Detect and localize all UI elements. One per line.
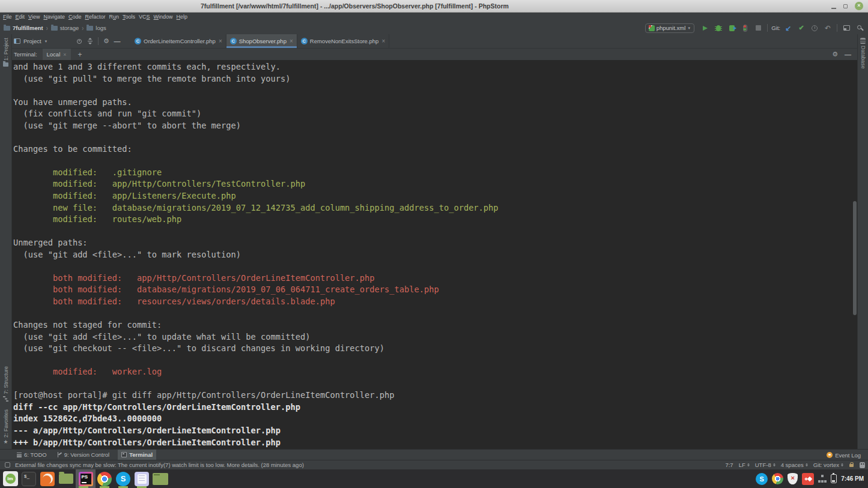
close-icon[interactable]: × [63,52,66,58]
breadcrumb-7fulfillment[interactable]: 7fulfillment [4,25,43,31]
run-configuration-select[interactable]: phpunit.xml ▼ [645,23,695,33]
scrollbar-thumb[interactable] [853,201,857,315]
update-project-button[interactable]: ↙ [782,23,795,34]
event-log-icon [827,452,833,458]
project-settings-button[interactable]: ⚙ [101,36,112,47]
sidebar-item-favorites[interactable]: 2: Favorites ★ [3,409,9,445]
toolwindow-button-terminal[interactable]: Terminal [118,450,156,460]
menu-refactor[interactable]: Refactor [83,13,106,22]
menu-view[interactable]: View [27,13,41,22]
hide-panel-button[interactable]: — [112,36,123,47]
coverage-button[interactable] [725,23,738,34]
indent-select[interactable]: 4 spaces [781,462,808,468]
chrome-taskbar-button[interactable] [97,469,112,488]
terminal-line: (use "git pull" to merge the remote bran… [13,73,857,85]
window-title: 7fulfillment [/var/www/html/7fulfillment… [201,0,509,12]
toolwindow-button-9-version-control[interactable]: 9: Version Control [57,450,110,460]
status-bar-widgets: 7:7 LF UTF-8 4 spaces Git: vortex [720,460,865,469]
event-log-button[interactable]: Event Log [827,450,861,460]
search-icon [857,25,861,29]
sidebar-item-structure[interactable]: 7: Structure [3,366,9,402]
menu-vcs[interactable]: VCS [138,13,151,22]
caret-position[interactable]: 7:7 [725,462,733,468]
history-button[interactable] [808,23,821,34]
project-panel-header: Project ▼ ⚙ — [12,34,131,48]
profiler-button[interactable] [738,23,751,34]
editor-tab-orderlineitemcontroller-php[interactable]: COrderLineItemController.php× [131,34,226,48]
collapse-all-button[interactable] [85,36,96,47]
line-ending-select[interactable]: LF [739,462,750,468]
terminal-line: [root@host portal]# git diff app/Http/Co… [13,390,857,402]
debug-button[interactable] [712,23,725,34]
chevron-down-icon[interactable]: ▼ [44,40,48,43]
skype-taskbar-button[interactable]: S [115,469,131,488]
menu-window[interactable]: Window [153,13,174,22]
taskbar-clock[interactable]: 7:46 PM [841,475,864,482]
search-everywhere-button[interactable] [853,23,866,34]
terminal-app-taskbar-button[interactable]: $_ [21,469,37,488]
locate-button[interactable] [74,36,85,47]
sidebar-item-project[interactable]: 1: Project [3,38,9,67]
terminal-tab-label: Local [47,51,61,58]
favorites-stripe-label: 2: Favorites [3,409,9,438]
menu-run[interactable]: Run [108,13,120,22]
close-button[interactable]: × [855,2,863,10]
sidebar-item-database[interactable]: Database [860,38,866,69]
status-message[interactable]: External file changes sync may be slow: … [15,462,304,468]
terminal-tab-local[interactable]: Local × [43,49,71,60]
rollback-button[interactable]: ↶ [821,23,834,34]
restore-button[interactable] [843,4,848,8]
menu-tools[interactable]: Tools [121,13,136,22]
breadcrumb-logs[interactable]: logs [86,25,106,31]
terminal-line: (fix conflicts and run "git commit") [13,108,857,120]
close-icon[interactable]: × [219,38,222,44]
chrome-tray-icon[interactable] [772,473,783,484]
gear-icon[interactable]: ⚙ [832,51,838,58]
run-button[interactable] [699,23,712,34]
close-icon[interactable]: × [290,38,293,44]
menu-help[interactable]: Help [175,13,189,22]
unlock-icon[interactable] [849,464,854,467]
battery-tray-icon[interactable] [831,474,837,483]
chrome-icon [97,472,112,486]
file-manager-taskbar-button[interactable] [58,469,74,488]
shield-tray-icon[interactable]: × [788,473,798,484]
terminal-line: and have 1 and 3 different commits each,… [13,61,857,73]
git-branch-select[interactable]: Git: vortex [813,462,843,468]
window-controls: × [831,0,863,12]
menu-file[interactable]: File [2,13,13,22]
project-panel-title[interactable]: Project [23,38,41,44]
network-tray-icon[interactable] [818,475,827,483]
menu-edit[interactable]: Edit [14,13,26,22]
new-terminal-button[interactable]: + [78,50,82,59]
encoding-select[interactable]: UTF-8 [755,462,775,468]
minimize-icon[interactable]: — [845,51,851,58]
notes-taskbar-button[interactable] [134,469,150,488]
stop-button[interactable] [751,23,765,34]
editor-tab-removenonexitsstore-php[interactable]: CRemoveNonExitsStore.php× [297,34,389,48]
close-icon[interactable]: × [381,38,385,44]
green-terminal-taskbar-button[interactable] [153,469,168,488]
terminal-line [13,307,857,319]
menu-navigate[interactable]: Navigate [42,13,66,22]
red-app-tray-icon[interactable] [802,473,814,485]
term-icon [121,452,127,457]
mint-menu-taskbar-button[interactable]: lm [2,469,18,488]
terminal-output[interactable]: and have 1 and 3 different commits each,… [12,60,857,449]
skype-tray-icon[interactable]: S [756,473,768,485]
breadcrumb-storage[interactable]: storage [51,25,79,31]
editor-tab-shopobserver-php[interactable]: CShopObserver.php× [226,34,297,48]
commit-button[interactable]: ✔ [795,23,808,34]
bug-icon [716,25,721,31]
status-icon[interactable] [5,462,10,468]
toolwindow-button[interactable] [840,23,853,34]
minimize-button[interactable] [831,8,836,9]
folder-icon [4,26,10,31]
phpunit-config-icon [649,25,655,31]
phpstorm-taskbar-button[interactable]: PS [76,469,96,488]
terminal-line: modified: worker.log [13,366,857,378]
firefox-taskbar-button[interactable] [40,469,55,488]
toolwindow-button-6-todo[interactable]: 6: TODO [17,450,47,460]
hector-icon[interactable] [860,462,865,468]
menu-code[interactable]: Code [67,13,83,22]
